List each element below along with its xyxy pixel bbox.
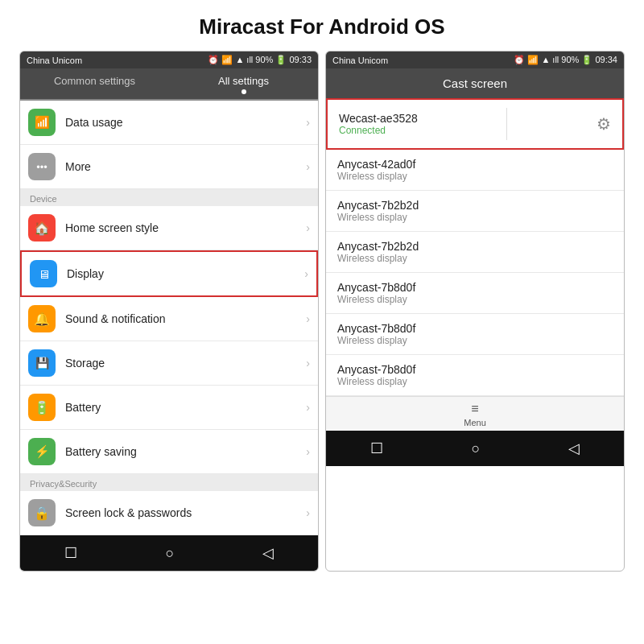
right-phone: China Unicom ⏰ 📶 ▲ ıll 90% 🔋 09:34 Cast …	[325, 51, 625, 572]
screen-lock-label: Screen lock & passwords	[65, 506, 306, 519]
anycast7b8b-name: Anycast-7b8d0f	[337, 322, 415, 335]
home-icon: 🏠	[28, 214, 56, 242]
anycast7b8a-info: Anycast-7b8d0f Wireless display	[337, 281, 415, 305]
anycast7b2a-name: Anycast-7b2b2d	[337, 199, 419, 212]
sound-icon: 🔔	[28, 305, 56, 332]
wecast-status: Connected	[339, 125, 418, 136]
storage-label: Storage	[65, 357, 306, 369]
gear-icon[interactable]: ⚙	[597, 114, 611, 134]
display-icon: 🖥	[30, 260, 57, 287]
anycast42-info: Anycast-42ad0f Wireless display	[337, 158, 415, 182]
right-nav-back-btn[interactable]: ◁	[554, 433, 594, 464]
left-carrier: China Unicom	[27, 56, 82, 65]
cast-item-anycast-7b2b[interactable]: Anycast-7b2b2d Wireless display	[326, 232, 624, 273]
menu-label: Menu	[464, 418, 486, 427]
anycast7b8b-info: Anycast-7b8d0f Wireless display	[337, 322, 415, 346]
anycast7b2a-type: Wireless display	[337, 212, 419, 223]
anycast7b8c-type: Wireless display	[337, 376, 415, 387]
settings-item-battery[interactable]: 🔋 Battery ›	[20, 386, 318, 430]
right-status-icons: ⏰ 📶 ▲ ıll 90% 🔋 09:34	[514, 55, 617, 65]
chevron-icon: ›	[306, 221, 310, 234]
battery-saving-icon: ⚡	[28, 438, 56, 465]
cast-item-anycast-7b8c[interactable]: Anycast-7b8d0f Wireless display	[326, 355, 624, 396]
right-nav-bar: ☐ ○ ◁	[326, 431, 624, 466]
page-title: Miracast For Android OS	[0, 0, 644, 51]
settings-item-display[interactable]: 🖥 Display ›	[20, 250, 318, 297]
chevron-icon: ›	[306, 401, 310, 414]
left-status-bar: China Unicom ⏰ 📶 ▲ ıll 90% 🔋 09:33	[20, 52, 318, 68]
settings-item-battery-saving[interactable]: ⚡ Battery saving ›	[20, 430, 318, 474]
cast-screen-header: Cast screen	[326, 68, 624, 98]
cast-item-wecast[interactable]: Wecast-ae3528 Connected ⚙	[326, 98, 624, 150]
chevron-icon: ›	[306, 445, 310, 458]
menu-icon: ≡	[471, 402, 478, 416]
wecast-name: Wecast-ae3528	[339, 112, 418, 125]
anycast7b8a-name: Anycast-7b8d0f	[337, 281, 415, 294]
right-nav-square-btn[interactable]: ☐	[356, 433, 398, 464]
chevron-icon: ›	[306, 506, 310, 519]
tab-common-settings[interactable]: Common settings	[20, 68, 169, 99]
cast-item-anycast-7b8b[interactable]: Anycast-7b8d0f Wireless display	[326, 314, 624, 355]
anycast7b2b-info: Anycast-7b2b2d Wireless display	[337, 240, 419, 264]
anycast42-name: Anycast-42ad0f	[337, 158, 415, 171]
data-usage-icon: 📶	[28, 109, 56, 136]
left-nav-bar: ☐ ○ ◁	[20, 535, 318, 571]
anycast7b8b-type: Wireless display	[337, 335, 415, 346]
nav-circle-btn[interactable]: ○	[151, 539, 189, 568]
battery-icon: 🔋	[28, 394, 56, 421]
nav-square-btn[interactable]: ☐	[50, 538, 92, 568]
anycast42-type: Wireless display	[337, 171, 415, 182]
anycast7b2b-name: Anycast-7b2b2d	[337, 240, 419, 253]
settings-item-storage[interactable]: 💾 Storage ›	[20, 341, 318, 386]
section-device: Device	[20, 189, 318, 206]
settings-item-home-screen[interactable]: 🏠 Home screen style ›	[20, 206, 318, 250]
more-icon: •••	[28, 153, 56, 180]
data-usage-label: Data usage	[65, 116, 306, 129]
left-tab-bar: Common settings All settings	[20, 68, 318, 101]
lock-icon: 🔒	[28, 499, 56, 526]
cast-item-anycast-42[interactable]: Anycast-42ad0f Wireless display	[326, 150, 624, 191]
right-nav-circle-btn[interactable]: ○	[457, 434, 495, 464]
right-status-bar: China Unicom ⏰ 📶 ▲ ıll 90% 🔋 09:34	[326, 52, 624, 68]
anycast7b8a-type: Wireless display	[337, 294, 415, 305]
settings-item-screen-lock[interactable]: 🔒 Screen lock & passwords ›	[20, 491, 318, 535]
cast-device-list: Wecast-ae3528 Connected ⚙ Anycast-42ad0f…	[326, 98, 624, 396]
left-status-icons: ⏰ 📶 ▲ ıll 90% 🔋 09:33	[208, 55, 312, 65]
chevron-icon: ›	[306, 160, 310, 173]
settings-item-sound[interactable]: 🔔 Sound & notification ›	[20, 297, 318, 341]
settings-list: 📶 Data usage › ••• More › Device 🏠 Home …	[20, 101, 318, 535]
settings-item-more[interactable]: ••• More ›	[20, 145, 318, 189]
cast-item-anycast-7b8a[interactable]: Anycast-7b8d0f Wireless display	[326, 273, 624, 314]
anycast7b2b-type: Wireless display	[337, 253, 419, 264]
right-carrier: China Unicom	[332, 56, 388, 65]
more-label: More	[65, 160, 306, 173]
section-privacy: Privacy&Security	[20, 474, 318, 491]
cast-footer: ≡ Menu	[326, 396, 624, 431]
sound-label: Sound & notification	[65, 312, 306, 325]
anycast7b8c-info: Anycast-7b8d0f Wireless display	[337, 363, 415, 387]
left-phone: China Unicom ⏰ 📶 ▲ ıll 90% 🔋 09:33 Commo…	[19, 51, 319, 572]
anycast7b8c-name: Anycast-7b8d0f	[337, 363, 415, 376]
cast-divider	[506, 108, 507, 140]
settings-item-data-usage[interactable]: 📶 Data usage ›	[20, 101, 318, 145]
nav-back-btn[interactable]: ◁	[248, 538, 288, 568]
anycast7b2a-info: Anycast-7b2b2d Wireless display	[337, 199, 419, 223]
wecast-device-info: Wecast-ae3528 Connected	[339, 112, 418, 136]
chevron-icon: ›	[304, 267, 308, 280]
home-screen-label: Home screen style	[65, 221, 306, 234]
chevron-icon: ›	[306, 357, 310, 369]
battery-saving-label: Battery saving	[65, 445, 306, 458]
battery-label: Battery	[65, 401, 306, 414]
cast-item-anycast-7b2a[interactable]: Anycast-7b2b2d Wireless display	[326, 191, 624, 232]
display-label: Display	[67, 267, 304, 280]
storage-icon: 💾	[28, 349, 56, 377]
chevron-icon: ›	[306, 116, 310, 129]
chevron-icon: ›	[306, 312, 310, 325]
tab-all-settings[interactable]: All settings	[169, 68, 318, 99]
